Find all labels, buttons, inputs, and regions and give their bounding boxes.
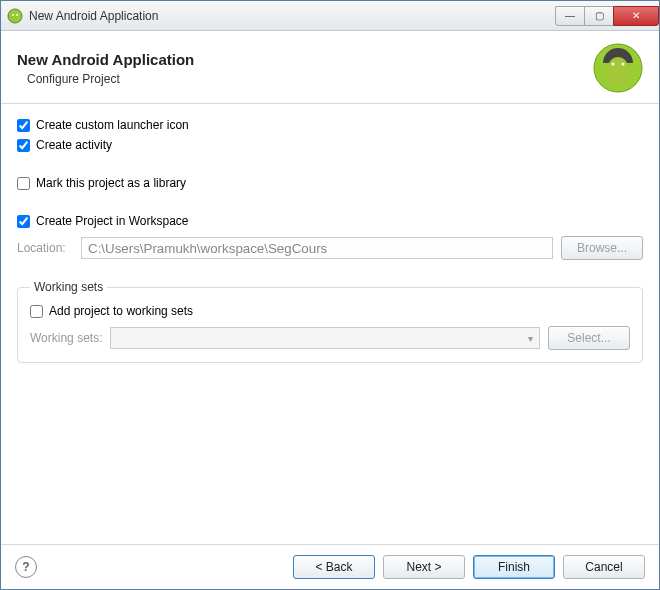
dialog-window: New Android Application — ▢ ✕ New Androi… bbox=[0, 0, 660, 590]
maximize-button[interactable]: ▢ bbox=[584, 6, 614, 26]
svg-point-1 bbox=[12, 14, 14, 16]
wizard-banner: New Android Application Configure Projec… bbox=[1, 31, 659, 104]
svg-rect-8 bbox=[629, 68, 632, 78]
location-input bbox=[81, 237, 553, 259]
working-sets-label: Working sets: bbox=[30, 331, 102, 345]
svg-rect-7 bbox=[604, 68, 607, 78]
page-subtitle: Configure Project bbox=[27, 72, 593, 86]
wizard-footer: ? < Back Next > Finish Cancel bbox=[1, 545, 659, 589]
create-launcher-label: Create custom launcher icon bbox=[36, 118, 189, 132]
working-sets-legend: Working sets bbox=[30, 280, 107, 294]
svg-rect-4 bbox=[608, 67, 628, 85]
working-sets-select: ▾ bbox=[110, 327, 540, 349]
next-button[interactable]: Next > bbox=[383, 555, 465, 579]
select-working-sets-button: Select... bbox=[548, 326, 630, 350]
svg-point-0 bbox=[8, 9, 22, 23]
wizard-content: Create custom launcher icon Create activ… bbox=[1, 104, 659, 544]
mark-library-label: Mark this project as a library bbox=[36, 176, 186, 190]
create-launcher-checkbox[interactable]: Create custom launcher icon bbox=[17, 118, 643, 132]
create-activity-checkbox[interactable]: Create activity bbox=[17, 138, 643, 152]
titlebar[interactable]: New Android Application — ▢ ✕ bbox=[1, 1, 659, 31]
window-title: New Android Application bbox=[29, 9, 555, 23]
add-to-working-sets-checkbox[interactable]: Add project to working sets bbox=[30, 304, 630, 318]
app-icon bbox=[7, 8, 23, 24]
minimize-button[interactable]: — bbox=[555, 6, 585, 26]
svg-point-2 bbox=[16, 14, 18, 16]
window-buttons: — ▢ ✕ bbox=[555, 6, 659, 26]
finish-button[interactable]: Finish bbox=[473, 555, 555, 579]
page-title: New Android Application bbox=[17, 51, 593, 68]
svg-point-5 bbox=[612, 63, 615, 66]
back-button[interactable]: < Back bbox=[293, 555, 375, 579]
create-activity-label: Create activity bbox=[36, 138, 112, 152]
create-in-workspace-checkbox[interactable]: Create Project in Workspace bbox=[17, 214, 643, 228]
location-label: Location: bbox=[17, 241, 73, 255]
cancel-button[interactable]: Cancel bbox=[563, 555, 645, 579]
svg-point-6 bbox=[622, 63, 625, 66]
help-icon[interactable]: ? bbox=[15, 556, 37, 578]
mark-library-checkbox[interactable]: Mark this project as a library bbox=[17, 176, 643, 190]
close-button[interactable]: ✕ bbox=[613, 6, 659, 26]
working-sets-group: Working sets Add project to working sets… bbox=[17, 280, 643, 363]
create-in-workspace-label: Create Project in Workspace bbox=[36, 214, 189, 228]
add-to-working-sets-label: Add project to working sets bbox=[49, 304, 193, 318]
android-icon bbox=[593, 43, 643, 93]
browse-button: Browse... bbox=[561, 236, 643, 260]
chevron-down-icon: ▾ bbox=[528, 333, 533, 344]
